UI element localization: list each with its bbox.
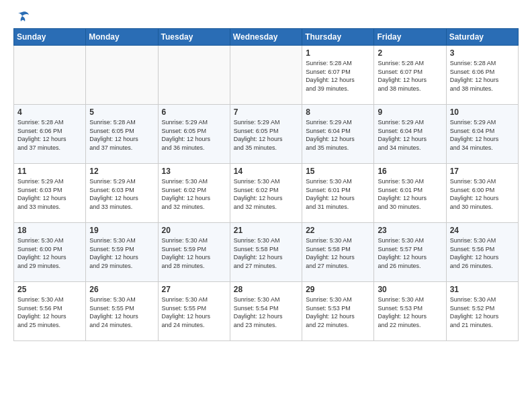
day-number: 29 — [306, 285, 370, 294]
calendar-cell: 15Sunrise: 5:30 AM Sunset: 6:01 PM Dayli… — [302, 164, 374, 223]
calendar-header-row: SundayMondayTuesdayWednesdayThursdayFrid… — [14, 29, 519, 46]
calendar-cell: 11Sunrise: 5:29 AM Sunset: 6:03 PM Dayli… — [14, 164, 86, 223]
day-info: Sunrise: 5:30 AM Sunset: 5:56 PM Dayligh… — [450, 236, 515, 270]
calendar-cell: 21Sunrise: 5:30 AM Sunset: 5:58 PM Dayli… — [230, 223, 302, 282]
day-info: Sunrise: 5:29 AM Sunset: 6:03 PM Dayligh… — [89, 177, 154, 211]
calendar-cell: 29Sunrise: 5:30 AM Sunset: 5:53 PM Dayli… — [302, 282, 374, 341]
day-number: 18 — [17, 226, 82, 235]
calendar-cell — [158, 46, 230, 105]
calendar-cell: 20Sunrise: 5:30 AM Sunset: 5:59 PM Dayli… — [158, 223, 230, 282]
day-number: 2 — [378, 48, 442, 58]
calendar-cell: 17Sunrise: 5:30 AM Sunset: 6:00 PM Dayli… — [446, 164, 518, 223]
day-number: 24 — [450, 226, 515, 235]
day-info: Sunrise: 5:30 AM Sunset: 5:52 PM Dayligh… — [450, 295, 515, 329]
calendar-cell: 1Sunrise: 5:28 AM Sunset: 6:07 PM Daylig… — [302, 46, 374, 105]
day-info: Sunrise: 5:28 AM Sunset: 6:07 PM Dayligh… — [306, 59, 370, 93]
calendar-cell: 18Sunrise: 5:30 AM Sunset: 6:00 PM Dayli… — [14, 223, 86, 282]
day-number: 27 — [162, 285, 226, 294]
page-header — [13, 11, 519, 23]
day-number: 25 — [17, 285, 82, 294]
day-info: Sunrise: 5:30 AM Sunset: 5:59 PM Dayligh… — [162, 236, 226, 270]
day-info: Sunrise: 5:30 AM Sunset: 6:00 PM Dayligh… — [450, 177, 515, 211]
weekday-header: Saturday — [446, 29, 518, 46]
calendar-cell: 8Sunrise: 5:29 AM Sunset: 6:04 PM Daylig… — [302, 105, 374, 164]
calendar-cell: 14Sunrise: 5:30 AM Sunset: 6:02 PM Dayli… — [230, 164, 302, 223]
day-info: Sunrise: 5:30 AM Sunset: 6:02 PM Dayligh… — [162, 177, 226, 211]
day-number: 15 — [306, 167, 370, 176]
day-number: 30 — [378, 285, 442, 294]
day-number: 19 — [89, 226, 154, 235]
day-info: Sunrise: 5:29 AM Sunset: 6:05 PM Dayligh… — [234, 118, 298, 152]
day-number: 16 — [378, 167, 442, 176]
calendar-cell: 31Sunrise: 5:30 AM Sunset: 5:52 PM Dayli… — [446, 282, 518, 341]
day-number: 9 — [378, 107, 442, 117]
day-number: 12 — [89, 167, 154, 176]
day-number: 6 — [162, 107, 226, 117]
day-info: Sunrise: 5:29 AM Sunset: 6:04 PM Dayligh… — [450, 118, 515, 152]
day-number: 22 — [306, 226, 370, 235]
calendar-cell: 13Sunrise: 5:30 AM Sunset: 6:02 PM Dayli… — [158, 164, 230, 223]
calendar-cell: 27Sunrise: 5:30 AM Sunset: 5:55 PM Dayli… — [158, 282, 230, 341]
day-number: 4 — [17, 107, 82, 117]
day-info: Sunrise: 5:30 AM Sunset: 6:01 PM Dayligh… — [306, 177, 370, 211]
calendar-cell: 10Sunrise: 5:29 AM Sunset: 6:04 PM Dayli… — [446, 105, 518, 164]
weekday-header: Friday — [374, 29, 446, 46]
day-info: Sunrise: 5:30 AM Sunset: 5:57 PM Dayligh… — [378, 236, 442, 270]
calendar-cell — [230, 46, 302, 105]
calendar-cell — [14, 46, 86, 105]
calendar-week-row: 11Sunrise: 5:29 AM Sunset: 6:03 PM Dayli… — [14, 164, 519, 223]
day-number: 10 — [450, 107, 515, 117]
day-number: 7 — [234, 107, 298, 117]
calendar-cell: 25Sunrise: 5:30 AM Sunset: 5:56 PM Dayli… — [14, 282, 86, 341]
calendar-cell: 23Sunrise: 5:30 AM Sunset: 5:57 PM Dayli… — [374, 223, 446, 282]
day-number: 3 — [450, 48, 515, 58]
day-number: 23 — [378, 226, 442, 235]
day-number: 20 — [162, 226, 226, 235]
calendar-cell: 2Sunrise: 5:28 AM Sunset: 6:07 PM Daylig… — [374, 46, 446, 105]
day-info: Sunrise: 5:28 AM Sunset: 6:06 PM Dayligh… — [17, 118, 82, 152]
calendar-cell: 6Sunrise: 5:29 AM Sunset: 6:05 PM Daylig… — [158, 105, 230, 164]
calendar-cell: 5Sunrise: 5:28 AM Sunset: 6:05 PM Daylig… — [86, 105, 158, 164]
weekday-header: Tuesday — [158, 29, 230, 46]
calendar-cell: 30Sunrise: 5:30 AM Sunset: 5:53 PM Dayli… — [374, 282, 446, 341]
calendar-week-row: 1Sunrise: 5:28 AM Sunset: 6:07 PM Daylig… — [14, 46, 519, 105]
day-number: 8 — [306, 107, 370, 117]
logo — [13, 11, 30, 23]
calendar-cell: 3Sunrise: 5:28 AM Sunset: 6:06 PM Daylig… — [446, 46, 518, 105]
day-number: 28 — [234, 285, 298, 294]
weekday-header: Sunday — [14, 29, 86, 46]
calendar-cell: 7Sunrise: 5:29 AM Sunset: 6:05 PM Daylig… — [230, 105, 302, 164]
calendar-cell: 4Sunrise: 5:28 AM Sunset: 6:06 PM Daylig… — [14, 105, 86, 164]
day-number: 17 — [450, 167, 515, 176]
day-number: 1 — [306, 48, 370, 58]
day-info: Sunrise: 5:29 AM Sunset: 6:04 PM Dayligh… — [378, 118, 442, 152]
day-info: Sunrise: 5:29 AM Sunset: 6:05 PM Dayligh… — [162, 118, 226, 152]
calendar-cell: 16Sunrise: 5:30 AM Sunset: 6:01 PM Dayli… — [374, 164, 446, 223]
day-info: Sunrise: 5:28 AM Sunset: 6:05 PM Dayligh… — [89, 118, 154, 152]
weekday-header: Thursday — [302, 29, 374, 46]
weekday-header: Monday — [86, 29, 158, 46]
day-number: 31 — [450, 285, 515, 294]
day-info: Sunrise: 5:29 AM Sunset: 6:04 PM Dayligh… — [306, 118, 370, 152]
logo-bird-icon — [15, 11, 30, 23]
calendar-cell: 19Sunrise: 5:30 AM Sunset: 5:59 PM Dayli… — [86, 223, 158, 282]
day-info: Sunrise: 5:28 AM Sunset: 6:07 PM Dayligh… — [378, 59, 442, 93]
day-number: 26 — [89, 285, 154, 294]
day-number: 13 — [162, 167, 226, 176]
calendar-week-row: 25Sunrise: 5:30 AM Sunset: 5:56 PM Dayli… — [14, 282, 519, 341]
day-number: 14 — [234, 167, 298, 176]
day-info: Sunrise: 5:30 AM Sunset: 5:53 PM Dayligh… — [306, 295, 370, 329]
calendar-cell: 28Sunrise: 5:30 AM Sunset: 5:54 PM Dayli… — [230, 282, 302, 341]
calendar-week-row: 4Sunrise: 5:28 AM Sunset: 6:06 PM Daylig… — [14, 105, 519, 164]
calendar-cell — [86, 46, 158, 105]
day-info: Sunrise: 5:30 AM Sunset: 5:58 PM Dayligh… — [306, 236, 370, 270]
day-info: Sunrise: 5:30 AM Sunset: 5:54 PM Dayligh… — [234, 295, 298, 329]
day-info: Sunrise: 5:30 AM Sunset: 5:58 PM Dayligh… — [234, 236, 298, 270]
day-info: Sunrise: 5:30 AM Sunset: 5:56 PM Dayligh… — [17, 295, 82, 329]
calendar-cell: 24Sunrise: 5:30 AM Sunset: 5:56 PM Dayli… — [446, 223, 518, 282]
day-number: 11 — [17, 167, 82, 176]
day-info: Sunrise: 5:28 AM Sunset: 6:06 PM Dayligh… — [450, 59, 515, 93]
day-info: Sunrise: 5:30 AM Sunset: 5:55 PM Dayligh… — [89, 295, 154, 329]
day-info: Sunrise: 5:30 AM Sunset: 5:53 PM Dayligh… — [378, 295, 442, 329]
weekday-header: Wednesday — [230, 29, 302, 46]
